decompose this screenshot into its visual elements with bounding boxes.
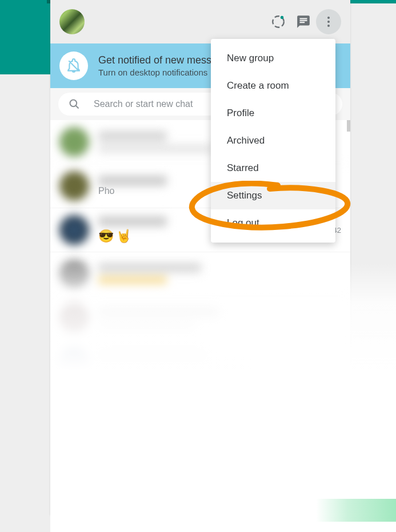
svg-point-5 — [70, 100, 77, 107]
menu-item-create-room[interactable]: Create a room — [211, 72, 335, 100]
new-chat-button[interactable] — [291, 9, 316, 34]
avatar[interactable] — [59, 9, 85, 34]
menu-item-log-out[interactable]: Log out — [211, 209, 335, 237]
svg-point-1 — [281, 16, 283, 19]
dropdown-menu: New group Create a room Profile Archived… — [211, 39, 335, 243]
chat-icon — [296, 14, 311, 29]
chat-emoji: 😎🤘 — [98, 229, 167, 244]
status-button[interactable] — [266, 9, 291, 34]
svg-line-6 — [76, 106, 79, 109]
menu-button[interactable] — [316, 9, 341, 34]
menu-icon — [322, 15, 335, 29]
teal-accent-bar — [0, 0, 50, 74]
chat-row[interactable] — [50, 340, 350, 384]
chat-row[interactable] — [50, 252, 350, 296]
chat-header — [50, 0, 350, 43]
svg-point-3 — [327, 21, 330, 23]
svg-point-4 — [327, 25, 330, 27]
bell-slash-icon — [59, 51, 88, 80]
menu-item-settings[interactable]: Settings — [211, 182, 335, 209]
search-icon — [69, 98, 80, 110]
menu-item-new-group[interactable]: New group — [211, 45, 335, 72]
green-corner — [316, 499, 396, 522]
chat-row[interactable] — [50, 428, 350, 473]
menu-item-starred[interactable]: Starred — [211, 154, 335, 182]
svg-point-2 — [327, 17, 330, 19]
menu-item-profile[interactable]: Profile — [211, 100, 335, 127]
status-icon — [271, 14, 286, 29]
chat-row[interactable] — [50, 296, 350, 340]
menu-item-archived[interactable]: Archived — [211, 127, 335, 154]
chat-row[interactable] — [50, 384, 350, 428]
